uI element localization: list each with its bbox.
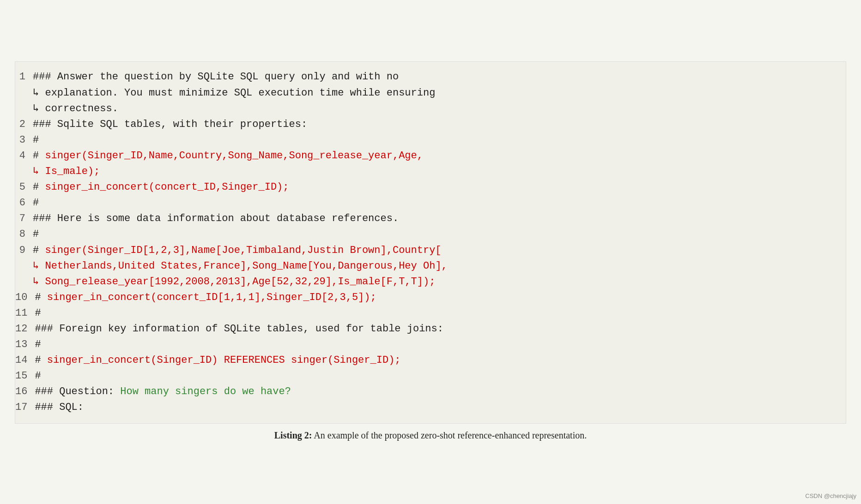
line-content: # [35,306,838,321]
code-line: 12### Foreign key information of SQLite … [15,321,846,337]
watermark: CSDN @chencjiajy [805,492,856,499]
line-number: 15 [15,368,35,384]
code-line: 15# [15,368,846,384]
code-line: 17### SQL: [15,400,846,415]
segment-red: singer(Singer_ID[1,2,3],Name[Joe,Timbala… [33,245,448,288]
segment-black: # [35,339,41,350]
code-line: 10# singer_in_concert(concert_ID[1,1,1],… [15,290,846,306]
line-content: ### Foreign key information of SQLite ta… [35,321,838,337]
line-content: ### SQL: [35,400,838,415]
line-content: # [33,195,838,211]
line-number: 1 [15,69,33,85]
segment-black: ### Foreign key information of SQLite ta… [35,323,443,335]
code-line: 16### Question: How many singers do we h… [15,384,846,400]
line-number: 6 [15,195,33,211]
segment-black: ### Question: [35,386,120,397]
segment-black: # [33,197,39,209]
caption-text: An example of the proposed zero-shot ref… [312,430,587,440]
line-number: 4 [15,148,33,164]
segment-red: singer(Singer_ID,Name,Country,Song_Name,… [33,150,423,177]
line-content: # [33,132,838,148]
code-line: 4# singer(Singer_ID,Name,Country,Song_Na… [15,148,846,180]
line-number: 11 [15,306,35,321]
code-line: 11# [15,306,846,321]
line-content: ### Question: How many singers do we hav… [35,384,838,400]
code-line: 8# [15,227,846,242]
line-content: ### Sqlite SQL tables, with their proper… [33,117,838,132]
line-content: # singer_in_concert(concert_ID,Singer_ID… [33,180,838,195]
segment-black: ### SQL: [35,402,84,413]
segment-red: singer_in_concert(concert_ID[1,1,1],Sing… [47,292,376,303]
line-number: 3 [15,132,33,148]
line-number: 2 [15,117,33,132]
segment-black: # [33,150,45,162]
code-line: 2### Sqlite SQL tables, with their prope… [15,117,846,132]
line-content: # [33,227,838,242]
segment-black: # [35,354,47,366]
line-number: 13 [15,337,35,353]
segment-red: singer_in_concert(Singer_ID) REFERENCES … [47,354,401,366]
code-line: 14# singer_in_concert(Singer_ID) REFEREN… [15,353,846,368]
line-content: # singer(Singer_ID,Name,Country,Song_Nam… [33,148,838,180]
segment-black: # [35,370,41,382]
code-line: 1### Answer the question by SQLite SQL q… [15,69,846,116]
segment-black: # [33,181,45,193]
code-line: 3# [15,132,846,148]
segment-black: ### Sqlite SQL tables, with their proper… [33,119,307,130]
line-number: 12 [15,321,35,337]
main-container: 1### Answer the question by SQLite SQL q… [15,61,846,442]
caption: Listing 2: An example of the proposed ze… [15,430,846,443]
code-line: 6# [15,195,846,211]
line-content: ### Here is some data information about … [33,211,838,227]
code-line: 5# singer_in_concert(concert_ID,Singer_I… [15,180,846,195]
line-number: 9 [15,243,33,258]
code-line: 9# singer(Singer_ID[1,2,3],Name[Joe,Timb… [15,243,846,290]
line-number: 5 [15,180,33,195]
line-content: # [35,337,838,353]
line-number: 16 [15,384,35,400]
segment-black: # [33,245,45,256]
code-line: 13# [15,337,846,353]
line-number: 7 [15,211,33,227]
line-content: # singer_in_concert(Singer_ID) REFERENCE… [35,353,838,368]
segment-red: singer_in_concert(concert_ID,Singer_ID); [45,181,289,193]
line-number: 14 [15,353,35,368]
line-content: # singer_in_concert(concert_ID[1,1,1],Si… [35,290,838,306]
segment-black: # [35,307,41,319]
caption-label: Listing 2: [274,430,312,440]
segment-black: ### Answer the question by SQLite SQL qu… [33,71,435,114]
line-number: 17 [15,400,35,415]
line-number: 8 [15,227,33,242]
line-number: 10 [15,290,35,306]
line-content: # singer(Singer_ID[1,2,3],Name[Joe,Timba… [33,243,838,290]
line-content: # [35,368,838,384]
code-block: 1### Answer the question by SQLite SQL q… [15,61,846,423]
segment-black: # [33,228,39,240]
segment-black: # [35,292,47,303]
code-line: 7### Here is some data information about… [15,211,846,227]
segment-green: How many singers do we have? [120,386,291,397]
segment-black: ### Here is some data information about … [33,213,399,224]
segment-black: # [33,134,39,146]
line-content: ### Answer the question by SQLite SQL qu… [33,69,838,116]
